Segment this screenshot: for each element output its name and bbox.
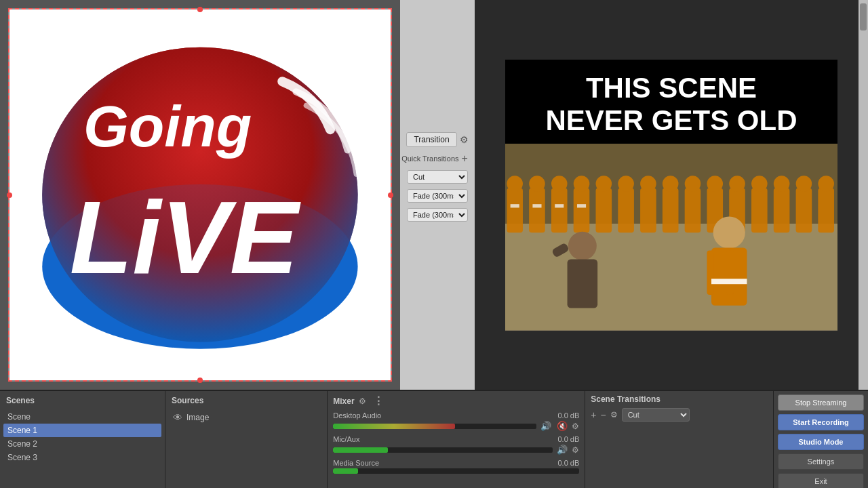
svg-point-42 xyxy=(796,176,812,192)
mixer-bar-0[interactable] xyxy=(333,424,536,429)
sources-header: Sources xyxy=(169,394,323,407)
svg-point-38 xyxy=(707,176,723,192)
handle-right[interactable] xyxy=(388,192,393,198)
transitions-row: + − ⚙ Cut Fade Swipe Slide Stinger xyxy=(591,408,768,422)
studio-mode-button[interactable]: Studio Mode xyxy=(778,434,864,450)
program-text: THIS SCENE NEVER GETS OLD xyxy=(505,60,837,144)
scrollbar-thumb[interactable] xyxy=(860,3,867,30)
mixer-speaker-btn-1[interactable]: 🔊 xyxy=(555,445,569,455)
transitions-remove-button[interactable]: − xyxy=(600,409,606,420)
mixer-label-row-0: Desktop Audio 0.0 dB xyxy=(333,411,579,420)
mixer-fill-1 xyxy=(333,447,388,453)
handle-bottom[interactable] xyxy=(197,378,203,383)
transitions-add-button[interactable]: + xyxy=(591,409,596,420)
mixer-row-label-2: Media Source xyxy=(333,459,379,467)
fade1-select[interactable]: Fade (300ms) xyxy=(407,189,468,203)
scene-transitions-panel: Scene Transitions + − ⚙ Cut Fade Swipe S… xyxy=(585,391,774,488)
mixer-header: Mixer ⚙ ⋮ xyxy=(333,394,579,407)
svg-point-35 xyxy=(640,176,656,192)
mixer-label-row-2: Media Source 0.0 dB xyxy=(333,459,579,467)
svg-point-29 xyxy=(507,176,523,192)
svg-point-30 xyxy=(529,176,545,192)
exit-button[interactable]: Exit xyxy=(778,473,864,488)
scene-item-2[interactable]: Scene 2 xyxy=(3,437,161,451)
svg-point-52 xyxy=(568,232,597,260)
mixer-row-db-2: 0.0 dB xyxy=(557,459,579,467)
mixer-label-row-1: Mic/Aux 0.0 dB xyxy=(333,435,579,443)
svg-rect-21 xyxy=(751,188,768,233)
settings-button[interactable]: Settings xyxy=(778,453,864,470)
quick-transitions-add-button[interactable]: + xyxy=(462,152,468,165)
svg-rect-58 xyxy=(726,250,733,295)
svg-rect-15 xyxy=(618,188,634,233)
program-line1: THIS SCENE xyxy=(512,72,831,104)
mixer-expand[interactable]: ⋮ xyxy=(370,394,387,407)
right-preview: THIS SCENE NEVER GETS OLD xyxy=(475,0,868,390)
svg-rect-48 xyxy=(511,204,519,207)
scenes-header: Scenes xyxy=(3,394,161,407)
handle-top[interactable] xyxy=(197,7,203,12)
mixer-bar-1[interactable] xyxy=(333,447,553,453)
mixer-panel: Mixer ⚙ ⋮ Desktop Audio 0.0 dB 🔊 🔇 ⚙ Mic… xyxy=(328,391,585,488)
quick-transitions-row: Quick Transitions + xyxy=(401,152,468,165)
mixer-controls-0: 🔊 🔇 ⚙ xyxy=(333,421,579,431)
fade2-select[interactable]: Fade (300ms) xyxy=(407,208,468,222)
svg-text:LiVE: LiVE xyxy=(70,181,301,296)
svg-rect-50 xyxy=(555,204,564,207)
svg-rect-24 xyxy=(818,188,834,233)
source-item-0[interactable]: 👁 Image xyxy=(169,410,323,425)
handle-left[interactable] xyxy=(7,192,12,198)
scenes-panel: Scenes Scene Scene 1 Scene 2 Scene 3 xyxy=(0,391,165,488)
mixer-row-db-1: 0.0 dB xyxy=(557,435,579,443)
svg-rect-18 xyxy=(685,188,701,233)
scrollbar[interactable] xyxy=(859,0,868,390)
mixer-label: Mixer xyxy=(333,396,354,406)
mixer-row-gear-1[interactable]: ⚙ xyxy=(572,445,579,455)
svg-point-40 xyxy=(751,176,768,192)
center-controls: Transition ⚙ Quick Transitions + Cut Fad… xyxy=(400,0,475,390)
transitions-type-select[interactable]: Cut Fade Swipe Slide Stinger xyxy=(622,408,690,422)
svg-point-43 xyxy=(818,176,834,192)
mixer-bar-2[interactable] xyxy=(333,468,579,474)
preview-inner: Going LiVE xyxy=(8,8,392,382)
mixer-row-db-0: 0.0 dB xyxy=(557,411,579,420)
cut-dropdown-row: Cut xyxy=(407,170,468,184)
stop-streaming-button[interactable]: Stop Streaming xyxy=(778,394,864,411)
fade1-dropdown-row: Fade (300ms) xyxy=(407,189,468,203)
start-recording-button[interactable]: Start Recording xyxy=(778,414,864,430)
mixer-row-0: Desktop Audio 0.0 dB 🔊 🔇 ⚙ xyxy=(333,411,579,431)
sources-panel: Sources 👁 Image xyxy=(165,391,328,488)
scene-item-1[interactable]: Scene 1 xyxy=(3,424,161,437)
mixer-fill-2 xyxy=(333,468,357,474)
transitions-gear-button[interactable]: ⚙ xyxy=(610,410,618,420)
scene-item-0[interactable]: Scene xyxy=(3,410,161,424)
fade2-dropdown-row: Fade (300ms) xyxy=(407,208,468,222)
svg-rect-13 xyxy=(574,188,590,233)
program-line2: NEVER GETS OLD xyxy=(512,104,831,137)
mixer-row-label-1: Mic/Aux xyxy=(333,435,359,443)
mixer-speaker-btn-0[interactable]: 🔊 xyxy=(539,421,553,431)
cut-select[interactable]: Cut xyxy=(407,170,468,184)
top-area: Going LiVE Transition ⚙ Quick Transition… xyxy=(0,0,868,390)
mixer-fill-0 xyxy=(333,424,455,429)
svg-rect-53 xyxy=(568,260,598,308)
svg-text:Going: Going xyxy=(83,94,252,159)
transition-gear-button[interactable]: ⚙ xyxy=(460,134,469,145)
svg-point-34 xyxy=(618,176,634,192)
scene-item-3[interactable]: Scene 3 xyxy=(3,451,161,464)
svg-rect-23 xyxy=(796,188,812,233)
svg-rect-12 xyxy=(551,188,568,233)
program-video xyxy=(505,144,837,330)
svg-rect-22 xyxy=(774,188,790,233)
svg-rect-57 xyxy=(707,250,713,295)
svg-rect-10 xyxy=(507,188,523,233)
svg-point-41 xyxy=(774,176,790,192)
svg-rect-14 xyxy=(596,188,612,233)
mixer-row-2: Media Source 0.0 dB xyxy=(333,459,579,474)
mixer-mute-btn-0[interactable]: 🔇 xyxy=(555,421,569,431)
svg-point-31 xyxy=(551,176,568,192)
mixer-gear-button[interactable]: ⚙ xyxy=(359,396,366,406)
mixer-row-gear-0[interactable]: ⚙ xyxy=(572,422,579,431)
transition-row: Transition ⚙ xyxy=(406,132,468,147)
transition-button[interactable]: Transition xyxy=(406,132,456,147)
